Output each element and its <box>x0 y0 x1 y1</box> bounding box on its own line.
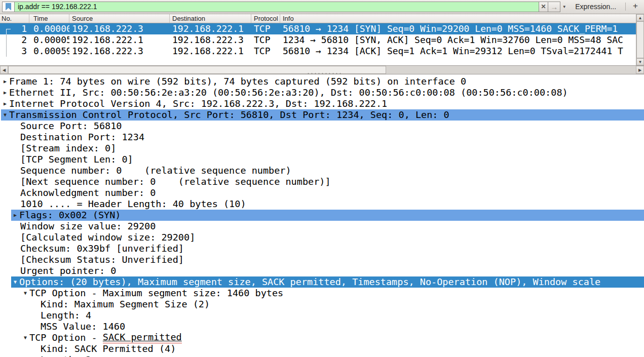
display-filter-input[interactable]: ip.addr == 192.168.222.1 <box>14 2 539 12</box>
packet-row[interactable]: 1 0.00000… 192.168.222.3 192.168.222.1 T… <box>0 23 636 34</box>
toolbar-separator <box>625 3 626 11</box>
detail-text: TCP Option - <box>29 332 103 343</box>
detail-row-sack-kind[interactable]: Kind: SACK Permitted (4) <box>0 343 644 354</box>
chevron-down-icon: ▼ <box>562 5 566 9</box>
horizontal-scrollbar-track[interactable] <box>386 66 636 74</box>
expander-expanded-icon[interactable]: ▼ <box>21 332 29 343</box>
detail-text: Sequence number: 0 (relative sequence nu… <box>20 165 291 176</box>
apply-filter-button[interactable]: → <box>548 2 560 12</box>
cell-no: 1 <box>0 23 29 34</box>
packet-list-vertical-scrollbar[interactable]: ▲ ▼ <box>636 14 644 65</box>
detail-text: Destination Port: 1234 <box>20 132 144 143</box>
detail-row-flags[interactable]: ▶Flags: 0x002 (SYN) <box>0 210 644 221</box>
expander-collapsed-icon[interactable]: ▶ <box>11 210 19 221</box>
scroll-up-button[interactable]: ▲ <box>636 14 644 21</box>
bookmark-icon <box>6 3 11 11</box>
expander-expanded-icon[interactable]: ▼ <box>21 288 29 299</box>
detail-text: Kind: Maximum Segment Size (2) <box>41 299 210 310</box>
detail-row-ethernet[interactable]: ▶Ethernet II, Src: 00:50:56:2e:a3:20 (00… <box>0 87 644 98</box>
detail-row-sack-length[interactable]: Length: 2 <box>0 354 644 357</box>
detail-row-options[interactable]: ▼Options: (20 bytes), Maximum segment si… <box>0 276 644 288</box>
detail-text-underlined: SACK permitted <box>103 332 182 343</box>
detail-row-mss-length[interactable]: Length: 4 <box>0 310 644 321</box>
column-header-destination[interactable]: Destination <box>170 14 251 23</box>
detail-text: Acknowledgment number: 0 <box>20 187 156 199</box>
cell-source: 192.168.222.3 <box>69 46 170 57</box>
column-header-protocol[interactable]: Protocol <box>251 14 280 23</box>
detail-row-frame[interactable]: ▶Frame 1: 74 bytes on wire (592 bits), 7… <box>0 76 644 87</box>
cell-info: 56810 → 1234 [SYN] Seq=0 Win=29200 Len=0… <box>280 23 636 34</box>
detail-text: Kind: SACK Permitted (4) <box>41 343 176 354</box>
column-header-no[interactable]: No. <box>0 14 29 23</box>
cell-time: 0.00005… <box>29 34 69 46</box>
detail-text: [Checksum Status: Unverified] <box>20 254 184 265</box>
scroll-right-button[interactable]: ▶ <box>636 66 644 74</box>
filter-history-dropdown[interactable]: ▼ <box>560 2 568 12</box>
detail-text: Frame 1: 74 bytes on wire (592 bits), 74… <box>9 76 466 87</box>
expander-collapsed-icon[interactable]: ▶ <box>1 76 9 87</box>
expression-button[interactable]: Expression... <box>575 3 616 11</box>
chevron-right-icon: ▶ <box>638 68 641 72</box>
detail-row-checksum-status[interactable]: [Checksum Status: Unverified] <box>0 254 644 265</box>
packet-list-horizontal-scrollbar[interactable]: ◀ ▶ <box>0 66 644 74</box>
cell-no: 2 <box>0 34 29 46</box>
detail-row-calc-window[interactable]: [Calculated window size: 29200] <box>0 232 644 243</box>
detail-row-segment-len[interactable]: [TCP Segment Len: 0] <box>0 154 644 165</box>
cell-time: 0.00000… <box>29 23 69 34</box>
detail-row-src-port[interactable]: Source Port: 56810 <box>0 121 644 132</box>
cell-source: 192.168.222.3 <box>69 23 170 34</box>
detail-row-tcp[interactable]: ▼Transmission Control Protocol, Src Port… <box>0 109 644 121</box>
detail-row-ip[interactable]: ▶Internet Protocol Version 4, Src: 192.1… <box>0 98 644 109</box>
expander-collapsed-icon[interactable]: ▶ <box>1 87 9 98</box>
detail-row-dst-port[interactable]: Destination Port: 1234 <box>0 132 644 143</box>
detail-text: [Stream index: 0] <box>20 143 116 154</box>
expander-expanded-icon[interactable]: ▼ <box>11 276 19 288</box>
conversation-line-icon <box>6 34 7 46</box>
detail-row-option-sack[interactable]: ▼TCP Option - SACK permitted <box>0 332 644 343</box>
column-header-info[interactable]: Info <box>280 14 636 23</box>
expander-collapsed-icon[interactable]: ▶ <box>1 98 9 109</box>
detail-row-stream-index[interactable]: [Stream index: 0] <box>0 143 644 154</box>
detail-text: Options: (20 bytes), Maximum segment siz… <box>19 276 600 288</box>
packet-row[interactable]: 2 0.00005… 192.168.222.1 192.168.222.3 T… <box>0 34 636 46</box>
detail-row-seq-number[interactable]: Sequence number: 0 (relative sequence nu… <box>0 165 644 176</box>
detail-row-header-length[interactable]: 1010 .... = Header Length: 40 bytes (10) <box>0 199 644 210</box>
column-header-source[interactable]: Source <box>69 14 170 23</box>
packet-list-header: No. Time Source Destination Protocol Inf… <box>0 14 636 23</box>
detail-row-mss-value[interactable]: MSS Value: 1460 <box>0 321 644 332</box>
detail-row-window-size[interactable]: Window size value: 29200 <box>0 221 644 232</box>
expander-expanded-icon[interactable]: ▼ <box>1 109 9 121</box>
detail-text: MSS Value: 1460 <box>41 321 125 332</box>
cell-info: 1234 → 56810 [SYN, ACK] Seq=0 Ack=1 Win=… <box>280 34 636 46</box>
detail-text: 1010 .... = Header Length: 40 bytes (10) <box>20 199 246 210</box>
conversation-line-icon <box>6 46 7 57</box>
detail-row-urgent-pointer[interactable]: Urgent pointer: 0 <box>0 265 644 276</box>
detail-text: Transmission Control Protocol, Src Port:… <box>9 109 449 121</box>
column-header-time[interactable]: Time <box>29 14 69 23</box>
chevron-up-icon: ▲ <box>638 16 642 20</box>
detail-text: Internet Protocol Version 4, Src: 192.16… <box>9 98 387 109</box>
pane-splitter-handle[interactable] <box>307 73 342 74</box>
chevron-left-icon: ◀ <box>3 68 6 72</box>
cell-protocol: TCP <box>251 23 280 34</box>
add-filter-button[interactable]: + <box>630 1 642 12</box>
detail-row-option-mss[interactable]: ▼TCP Option - Maximum segment size: 1460… <box>0 288 644 299</box>
packet-row[interactable]: 3 0.00059… 192.168.222.3 192.168.222.1 T… <box>0 46 636 57</box>
detail-text: Window size value: 29200 <box>20 221 156 232</box>
scroll-down-button[interactable]: ▼ <box>636 58 644 65</box>
detail-text: Urgent pointer: 0 <box>20 265 116 276</box>
cell-protocol: TCP <box>251 34 280 46</box>
chevron-down-icon: ▼ <box>638 60 642 64</box>
detail-row-ack-number[interactable]: Acknowledgment number: 0 <box>0 187 644 199</box>
detail-row-checksum[interactable]: Checksum: 0x39bf [unverified] <box>0 243 644 254</box>
scroll-left-button[interactable]: ◀ <box>0 66 8 74</box>
vertical-scrollbar-thumb[interactable] <box>636 21 644 58</box>
detail-text: TCP Option - Maximum segment size: 1460 … <box>29 288 283 299</box>
detail-row-next-seq[interactable]: [Next sequence number: 0 (relative seque… <box>0 176 644 187</box>
clear-filter-button[interactable]: ✕ <box>539 2 548 12</box>
filter-bookmark-button[interactable] <box>2 2 14 12</box>
filter-toolbar: ip.addr == 192.168.222.1 ✕ → ▼ Expressio… <box>0 0 644 14</box>
apply-arrow-icon: → <box>550 3 558 11</box>
cell-destination: 192.168.222.1 <box>170 23 251 34</box>
detail-row-mss-kind[interactable]: Kind: Maximum Segment Size (2) <box>0 299 644 310</box>
